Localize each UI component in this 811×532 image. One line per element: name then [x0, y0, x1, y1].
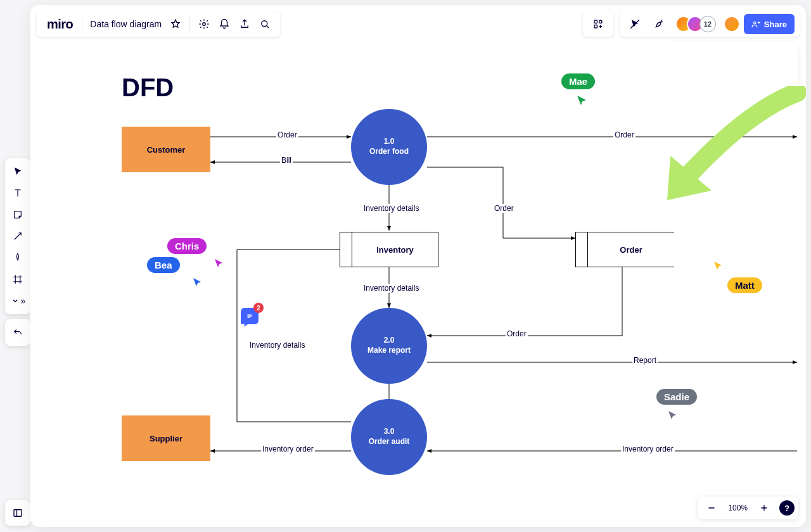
avatar-count: 12: [699, 16, 716, 32]
search-icon[interactable]: [255, 14, 275, 34]
flow-label: Report: [632, 356, 658, 365]
star-icon[interactable]: [165, 14, 186, 34]
tool-frame[interactable]: [8, 270, 28, 289]
bell-icon[interactable]: [214, 14, 234, 34]
datastore-order[interactable]: Order: [575, 232, 674, 267]
settings-icon[interactable]: [194, 14, 214, 34]
divider: [189, 17, 190, 31]
svg-rect-5: [594, 25, 597, 28]
svg-point-6: [753, 22, 756, 25]
flow-label: Order: [493, 204, 515, 213]
process-make-report[interactable]: 2.0 Make report: [351, 308, 427, 384]
comment-pin[interactable]: 2: [241, 308, 259, 324]
flow-label: Inventory details: [362, 284, 420, 293]
cursor-pointer-matt: [712, 260, 725, 272]
svg-rect-3: [594, 20, 597, 23]
tool-text[interactable]: [8, 184, 28, 203]
avatar-stack[interactable]: 12: [675, 16, 716, 32]
tool-sticky[interactable]: [8, 205, 28, 224]
cursor-tag-chris: Chris: [167, 238, 207, 254]
share-button[interactable]: Share: [744, 14, 795, 34]
cursor-tag-sadie: Sadie: [656, 389, 697, 405]
top-bar: miro Data flow diagram: [37, 11, 280, 37]
divider: [82, 17, 82, 31]
canvas[interactable]: DFD Customer Supplier 1.0 Order food 2.0…: [75, 42, 798, 519]
apps-panel: [583, 11, 613, 37]
tool-select[interactable]: [8, 162, 28, 181]
tool-group-undo: [5, 319, 30, 346]
apps-icon[interactable]: [588, 14, 608, 34]
hide-cursors-icon[interactable]: [625, 14, 645, 34]
collab-panel: 12 Share: [620, 11, 800, 37]
flow-label: Order: [506, 329, 528, 338]
logo[interactable]: miro: [42, 17, 78, 32]
zoom-level[interactable]: 100%: [724, 504, 751, 512]
svg-point-4: [599, 20, 602, 23]
help-button[interactable]: ?: [779, 500, 795, 516]
app-frame: miro Data flow diagram 12 Share: [30, 5, 806, 527]
top-bar-right: 12 Share: [583, 11, 800, 37]
cursor-tag-bea: Bea: [147, 257, 180, 273]
svg-point-2: [262, 21, 267, 27]
svg-point-1: [203, 23, 206, 26]
diagram-title: DFD: [122, 73, 174, 102]
cursor-pointer-bea: [191, 276, 204, 289]
cursor-pointer-chris: [213, 257, 226, 270]
reactions-icon[interactable]: [649, 14, 669, 34]
share-label: Share: [764, 20, 787, 29]
entity-supplier[interactable]: Supplier: [122, 415, 210, 461]
flow-label: Inventory order: [261, 445, 315, 453]
tool-panel: »: [5, 158, 30, 346]
cursor-tag-mae: Mae: [561, 73, 595, 89]
tool-undo[interactable]: [8, 323, 28, 342]
tool-more[interactable]: »: [8, 291, 28, 310]
zoom-bar: 100% ?: [698, 497, 798, 519]
process-order-food[interactable]: 1.0 Order food: [351, 109, 427, 185]
flow-label: Bill: [280, 156, 293, 165]
tool-pen[interactable]: [8, 248, 28, 267]
tool-line[interactable]: [8, 227, 28, 246]
export-icon[interactable]: [234, 14, 255, 34]
flow-label: Inventory details: [248, 341, 306, 350]
svg-rect-0: [14, 510, 22, 517]
avatar-self[interactable]: [724, 16, 740, 32]
annotation-arrow[interactable]: [632, 86, 806, 225]
board-title[interactable]: Data flow diagram: [86, 19, 165, 29]
flow-label: Order: [276, 130, 298, 139]
panel-toggle-button[interactable]: [5, 500, 30, 526]
cursor-pointer-sadie: [667, 409, 679, 422]
flow-label: Inventory order: [621, 445, 675, 453]
zoom-in-button[interactable]: [754, 498, 774, 518]
entity-customer[interactable]: Customer: [122, 127, 210, 172]
tool-group-main: »: [5, 158, 30, 314]
comment-count: 2: [253, 303, 264, 313]
flow-label: Inventory details: [362, 204, 420, 213]
process-order-audit[interactable]: 3.0 Order audit: [351, 399, 427, 475]
zoom-out-button[interactable]: [701, 498, 722, 518]
cursor-pointer-mae: [575, 94, 589, 108]
datastore-inventory[interactable]: Inventory: [340, 232, 438, 267]
cursor-tag-matt: Matt: [727, 277, 762, 293]
